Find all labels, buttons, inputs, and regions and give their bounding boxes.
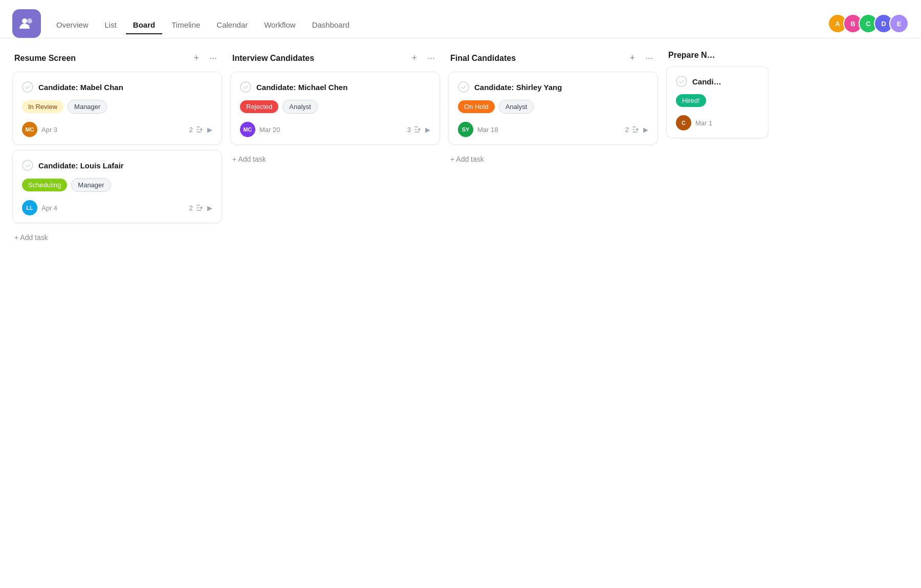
- subtask-count: 2: [189, 126, 193, 134]
- card-date: Mar 18: [477, 126, 498, 134]
- column-resume-screen: Resume Screen+···Candidate: Mabel ChanIn…: [12, 51, 222, 247]
- nav-tabs: OverviewListBoardTimelineCalendarWorkflo…: [49, 16, 357, 34]
- card-tags: On HoldAnalyst: [458, 100, 648, 114]
- column-header-final-candidates: Final Candidates+···: [448, 51, 658, 66]
- nav-tab-board[interactable]: Board: [126, 16, 162, 34]
- card-footer: SYMar 182 ▶: [458, 122, 648, 137]
- nav-tab-list[interactable]: List: [98, 16, 124, 34]
- column-header-prepare-n: Prepare N…: [666, 51, 769, 60]
- column-header-interview-candidates: Interview Candidates+···: [230, 51, 440, 66]
- tag-manager: Manager: [71, 178, 111, 192]
- header-left: OverviewListBoardTimelineCalendarWorkflo…: [12, 9, 357, 38]
- column-actions-resume-screen: +···: [190, 51, 220, 66]
- tag-in-review: In Review: [22, 100, 63, 113]
- user-avatar: MC: [240, 122, 255, 137]
- expand-icon[interactable]: ▶: [207, 126, 212, 134]
- card-card-candi[interactable]: Candi…Hired!CMar 1: [666, 66, 769, 138]
- column-add-btn-interview-candidates[interactable]: +: [408, 51, 420, 66]
- check-icon: [22, 81, 33, 93]
- card-card-shirley[interactable]: Candidate: Shirley YangOn HoldAnalystSYM…: [448, 72, 658, 145]
- card-date: Mar 20: [259, 126, 280, 134]
- column-more-btn-resume-screen[interactable]: ···: [206, 51, 220, 66]
- card-title-row: Candidate: Michael Chen: [240, 81, 430, 93]
- header: OverviewListBoardTimelineCalendarWorkflo…: [0, 0, 921, 38]
- header-avatars: ABCDE: [828, 14, 909, 33]
- check-icon: [458, 81, 469, 93]
- nav-tab-calendar[interactable]: Calendar: [209, 16, 255, 34]
- expand-icon[interactable]: ▶: [425, 126, 430, 134]
- user-avatar: MC: [22, 122, 37, 137]
- column-title-final-candidates: Final Candidates: [450, 54, 516, 63]
- card-card-michael[interactable]: Candidate: Michael ChenRejectedAnalystMC…: [230, 72, 440, 145]
- card-meta: 2 ▶: [189, 125, 212, 134]
- tag-rejected: Rejected: [240, 100, 278, 113]
- user-avatar: LL: [22, 200, 37, 215]
- tag-hired: Hired!: [676, 94, 706, 107]
- column-header-resume-screen: Resume Screen+···: [12, 51, 222, 66]
- card-title: Candi…: [692, 77, 721, 86]
- card-title: Candidate: Louis Lafair: [38, 161, 124, 170]
- card-card-louis[interactable]: Candidate: Louis LafairSchedulingManager…: [12, 150, 222, 223]
- svg-point-3: [23, 160, 33, 170]
- subtask-icon: [632, 125, 640, 134]
- card-title-row: Candi…: [676, 76, 759, 87]
- subtask-icon: [196, 125, 204, 134]
- subtask-count: 2: [625, 126, 629, 134]
- column-more-btn-interview-candidates[interactable]: ···: [424, 51, 438, 66]
- column-more-btn-final-candidates[interactable]: ···: [642, 51, 656, 66]
- card-user: MCMar 20: [240, 122, 280, 137]
- column-title-interview-candidates: Interview Candidates: [232, 54, 314, 63]
- add-task-btn-final-candidates[interactable]: + Add task: [448, 150, 658, 168]
- card-user: CMar 1: [676, 115, 712, 130]
- card-title: Candidate: Mabel Chan: [38, 83, 123, 92]
- nav-tab-overview[interactable]: Overview: [49, 16, 96, 34]
- user-avatar: SY: [458, 122, 473, 137]
- add-task-btn-resume-screen[interactable]: + Add task: [12, 228, 222, 247]
- tag-analyst: Analyst: [499, 100, 534, 114]
- nav-tab-workflow[interactable]: Workflow: [257, 16, 302, 34]
- avatar-group: ABCDE: [828, 14, 909, 33]
- header-avatar-4: E: [889, 14, 909, 33]
- expand-icon[interactable]: ▶: [207, 204, 212, 212]
- check-icon: [240, 81, 251, 93]
- card-footer: LLApr 42 ▶: [22, 200, 212, 215]
- subtask-icon: [196, 204, 204, 212]
- app-icon: [12, 9, 41, 38]
- check-icon: [22, 160, 33, 171]
- tag-manager: Manager: [68, 100, 107, 114]
- column-add-btn-resume-screen[interactable]: +: [190, 51, 202, 66]
- svg-point-0: [22, 18, 27, 24]
- svg-point-4: [240, 82, 251, 92]
- subtask-count: 2: [189, 204, 193, 212]
- column-prepare-n: Prepare N…Candi…Hired!CMar 1: [666, 51, 769, 143]
- board: Resume Screen+···Candidate: Mabel ChanIn…: [0, 38, 921, 259]
- nav-tab-timeline[interactable]: Timeline: [164, 16, 207, 34]
- svg-point-5: [458, 82, 469, 92]
- card-date: Mar 1: [695, 119, 712, 127]
- column-actions-interview-candidates: +···: [408, 51, 438, 66]
- card-user: LLApr 4: [22, 200, 57, 215]
- check-icon: [676, 76, 687, 87]
- card-title: Candidate: Shirley Yang: [474, 83, 562, 92]
- card-meta: 3 ▶: [407, 125, 430, 134]
- column-add-btn-final-candidates[interactable]: +: [626, 51, 638, 66]
- card-tags: RejectedAnalyst: [240, 100, 430, 114]
- header-title-nav: OverviewListBoardTimelineCalendarWorkflo…: [49, 13, 357, 34]
- svg-point-6: [676, 76, 687, 86]
- card-card-mabel[interactable]: Candidate: Mabel ChanIn ReviewManagerMCA…: [12, 72, 222, 145]
- user-avatar: C: [676, 115, 691, 130]
- card-date: Apr 4: [41, 204, 57, 212]
- card-title-row: Candidate: Shirley Yang: [458, 81, 648, 93]
- nav-tab-dashboard[interactable]: Dashboard: [305, 16, 357, 34]
- add-task-btn-interview-candidates[interactable]: + Add task: [230, 150, 440, 168]
- card-tags: SchedulingManager: [22, 178, 212, 192]
- column-actions-final-candidates: +···: [626, 51, 656, 66]
- subtask-icon: [414, 125, 422, 134]
- expand-icon[interactable]: ▶: [643, 126, 648, 134]
- card-user: MCApr 3: [22, 122, 57, 137]
- card-meta: 2 ▶: [625, 125, 648, 134]
- svg-point-2: [23, 82, 33, 92]
- subtask-count: 3: [407, 126, 411, 134]
- card-meta: 2 ▶: [189, 204, 212, 212]
- card-tags: In ReviewManager: [22, 100, 212, 114]
